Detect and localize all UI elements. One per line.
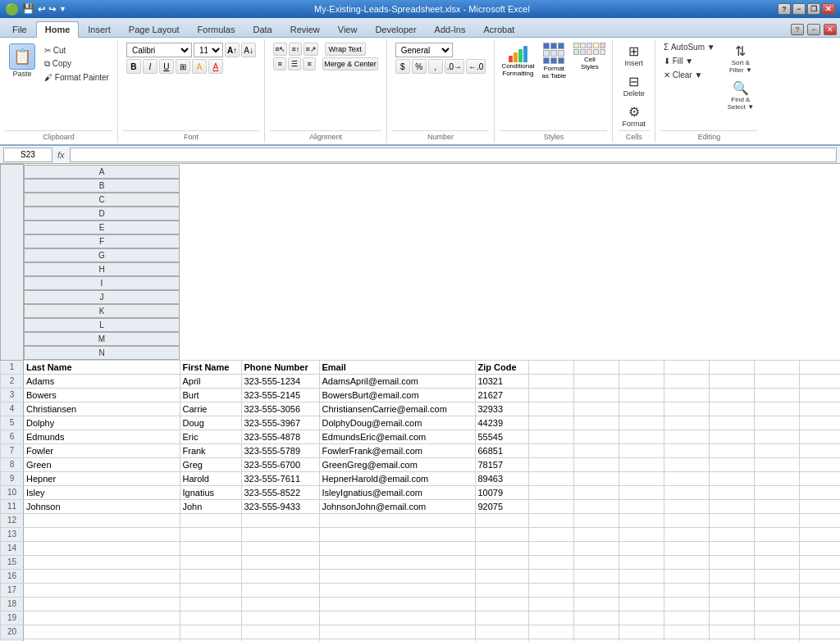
cell-4-7[interactable] (573, 402, 619, 416)
cell-4-4[interactable]: ChristiansenCarrie@email.com (319, 402, 475, 416)
cell-16-7[interactable] (573, 569, 619, 583)
cell-13-7[interactable] (573, 527, 619, 541)
cell-7-11[interactable] (754, 443, 799, 457)
cell-14-7[interactable] (573, 541, 619, 555)
cell-3-5[interactable]: 21627 (475, 388, 528, 402)
restore-btn[interactable]: ❐ (807, 3, 820, 15)
col-header-F[interactable]: F (24, 234, 180, 248)
cell-9-2[interactable]: Harold (180, 471, 241, 485)
cell-2-12[interactable] (799, 374, 840, 388)
cell-19-10[interactable] (709, 611, 754, 625)
cell-15-10[interactable] (709, 555, 754, 569)
cell-8-12[interactable] (799, 457, 840, 471)
cell-15-5[interactable] (475, 555, 528, 569)
cell-10-9[interactable] (664, 485, 709, 499)
row-number-6[interactable]: 6 (1, 430, 24, 443)
cell-5-3[interactable]: 323-555-3967 (241, 416, 319, 430)
ribbon-help[interactable]: ? (791, 24, 804, 35)
cell-15-1[interactable] (24, 555, 180, 569)
help-btn[interactable]: ? (778, 3, 791, 15)
cell-16-5[interactable] (475, 569, 528, 583)
cell-20-4[interactable] (319, 625, 475, 639)
ribbon-min[interactable]: − (807, 24, 820, 35)
row-number-5[interactable]: 5 (1, 416, 24, 430)
cell-6-1[interactable]: Edmunds (24, 430, 180, 443)
cell-10-12[interactable] (799, 485, 840, 499)
copy-button[interactable]: ⧉ Copy (41, 57, 112, 70)
col-header-M[interactable]: M (24, 332, 180, 346)
cell-19-2[interactable] (180, 611, 241, 625)
align-right[interactable]: ≡ (303, 57, 316, 70)
cell-4-2[interactable]: Carrie (180, 402, 241, 416)
cell-14-3[interactable] (241, 541, 319, 555)
tab-formulas[interactable]: Formulas (189, 21, 244, 37)
cell-14-9[interactable] (664, 541, 709, 555)
cell-12-11[interactable] (754, 513, 799, 527)
fill-color-button[interactable]: A (192, 59, 207, 74)
cell-6-3[interactable]: 323-555-4878 (241, 430, 319, 443)
cell-7-6[interactable] (528, 443, 573, 457)
cell-19-5[interactable] (475, 611, 528, 625)
cell-19-12[interactable] (799, 611, 840, 625)
cell-8-3[interactable]: 323-555-6700 (241, 457, 319, 471)
cell-18-1[interactable] (24, 597, 180, 611)
quick-access-dropdown[interactable]: ▼ (59, 5, 66, 13)
cell-18-3[interactable] (241, 597, 319, 611)
cell-12-8[interactable] (619, 513, 664, 527)
row-number-20[interactable]: 20 (1, 625, 24, 639)
cell-1-4[interactable]: Email (319, 360, 475, 374)
cell-1-3[interactable]: Phone Number (241, 360, 319, 374)
cell-16-2[interactable] (180, 569, 241, 583)
cell-8-4[interactable]: GreenGreg@email.com (319, 457, 475, 471)
cell-20-5[interactable] (475, 625, 528, 639)
cell-14-4[interactable] (319, 541, 475, 555)
percent-button[interactable]: % (412, 59, 427, 74)
cell-2-7[interactable] (573, 374, 619, 388)
font-color-button[interactable]: A (208, 59, 223, 74)
cell-1-10[interactable] (709, 360, 754, 374)
cell-9-12[interactable] (799, 471, 840, 485)
cell-12-3[interactable] (241, 513, 319, 527)
cell-6-11[interactable] (754, 430, 799, 443)
cell-16-10[interactable] (709, 569, 754, 583)
row-number-9[interactable]: 9 (1, 471, 24, 485)
align-top-left[interactable]: ≡↖ (273, 43, 287, 56)
cell-20-1[interactable] (24, 625, 180, 639)
cell-14-1[interactable] (24, 541, 180, 555)
cell-2-10[interactable] (709, 374, 754, 388)
tab-view[interactable]: View (329, 21, 367, 37)
cell-11-10[interactable] (709, 499, 754, 513)
cell-12-9[interactable] (664, 513, 709, 527)
cell-7-4[interactable]: FowlerFrank@email.com (319, 443, 475, 457)
cell-3-6[interactable] (528, 388, 573, 402)
cell-7-5[interactable]: 66851 (475, 443, 528, 457)
cell-5-8[interactable] (619, 416, 664, 430)
cell-15-12[interactable] (799, 555, 840, 569)
cell-11-8[interactable] (619, 499, 664, 513)
cell-5-4[interactable]: DolphyDoug@email.com (319, 416, 475, 430)
cell-19-6[interactable] (528, 611, 573, 625)
cell-4-6[interactable] (528, 402, 573, 416)
cell-14-2[interactable] (180, 541, 241, 555)
cell-8-1[interactable]: Green (24, 457, 180, 471)
cell-20-8[interactable] (619, 625, 664, 639)
fill-button[interactable]: ⬇ Fill ▼ (660, 55, 719, 67)
cell-3-12[interactable] (799, 388, 840, 402)
cell-13-5[interactable] (475, 527, 528, 541)
cell-2-6[interactable] (528, 374, 573, 388)
col-header-K[interactable]: K (24, 304, 180, 318)
close-btn[interactable]: ✕ (822, 3, 835, 15)
cell-2-2[interactable]: April (180, 374, 241, 388)
cell-16-12[interactable] (799, 569, 840, 583)
ribbon-close[interactable]: ✕ (824, 24, 837, 35)
col-header-A[interactable]: A (24, 165, 180, 179)
number-format-select[interactable]: General (395, 43, 453, 57)
cell-11-4[interactable]: JohnsonJohn@email.com (319, 499, 475, 513)
cell-10-3[interactable]: 323-555-8522 (241, 485, 319, 499)
cell-10-6[interactable] (528, 485, 573, 499)
cell-2-3[interactable]: 323-555-1234 (241, 374, 319, 388)
cell-2-11[interactable] (754, 374, 799, 388)
cell-18-6[interactable] (528, 597, 573, 611)
row-number-3[interactable]: 3 (1, 388, 24, 402)
cell-8-8[interactable] (619, 457, 664, 471)
